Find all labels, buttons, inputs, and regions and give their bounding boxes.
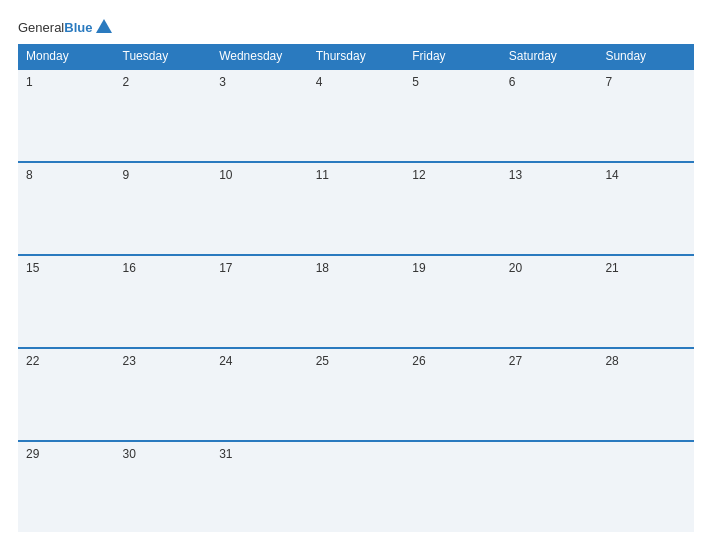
day-cell-27: 27 [501, 348, 598, 441]
day-cell-31: 31 [211, 441, 308, 532]
header: GeneralBlue [18, 18, 694, 36]
day-cell-7: 7 [597, 69, 694, 162]
weekday-header-tuesday: Tuesday [115, 44, 212, 69]
day-cell-24: 24 [211, 348, 308, 441]
empty-cell [597, 441, 694, 532]
day-cell-14: 14 [597, 162, 694, 255]
day-cell-30: 30 [115, 441, 212, 532]
day-cell-23: 23 [115, 348, 212, 441]
day-cell-2: 2 [115, 69, 212, 162]
day-cell-15: 15 [18, 255, 115, 348]
day-cell-4: 4 [308, 69, 405, 162]
empty-cell [308, 441, 405, 532]
day-cell-18: 18 [308, 255, 405, 348]
day-cell-6: 6 [501, 69, 598, 162]
empty-cell [501, 441, 598, 532]
day-cell-29: 29 [18, 441, 115, 532]
week-row-1: 1234567 [18, 69, 694, 162]
day-cell-16: 16 [115, 255, 212, 348]
day-cell-20: 20 [501, 255, 598, 348]
day-cell-26: 26 [404, 348, 501, 441]
calendar-page: GeneralBlue MondayTuesdayWednesdayThursd… [0, 0, 712, 550]
day-cell-3: 3 [211, 69, 308, 162]
day-cell-22: 22 [18, 348, 115, 441]
day-cell-11: 11 [308, 162, 405, 255]
day-cell-1: 1 [18, 69, 115, 162]
week-row-4: 22232425262728 [18, 348, 694, 441]
calendar-table: MondayTuesdayWednesdayThursdayFridaySatu… [18, 44, 694, 532]
weekday-header-sunday: Sunday [597, 44, 694, 69]
calendar-header: MondayTuesdayWednesdayThursdayFridaySatu… [18, 44, 694, 69]
day-cell-25: 25 [308, 348, 405, 441]
calendar-body: 1234567891011121314151617181920212223242… [18, 69, 694, 532]
week-row-3: 15161718192021 [18, 255, 694, 348]
empty-cell [404, 441, 501, 532]
weekday-header-row: MondayTuesdayWednesdayThursdayFridaySatu… [18, 44, 694, 69]
day-cell-21: 21 [597, 255, 694, 348]
logo-triangle-icon [96, 19, 112, 33]
weekday-header-wednesday: Wednesday [211, 44, 308, 69]
week-row-5: 293031 [18, 441, 694, 532]
day-cell-5: 5 [404, 69, 501, 162]
weekday-header-thursday: Thursday [308, 44, 405, 69]
day-cell-17: 17 [211, 255, 308, 348]
weekday-header-saturday: Saturday [501, 44, 598, 69]
day-cell-19: 19 [404, 255, 501, 348]
logo: GeneralBlue [18, 18, 112, 36]
day-cell-10: 10 [211, 162, 308, 255]
day-cell-28: 28 [597, 348, 694, 441]
logo-text-block: GeneralBlue [18, 18, 92, 36]
day-cell-13: 13 [501, 162, 598, 255]
weekday-header-monday: Monday [18, 44, 115, 69]
day-cell-12: 12 [404, 162, 501, 255]
day-cell-9: 9 [115, 162, 212, 255]
day-cell-8: 8 [18, 162, 115, 255]
weekday-header-friday: Friday [404, 44, 501, 69]
week-row-2: 891011121314 [18, 162, 694, 255]
